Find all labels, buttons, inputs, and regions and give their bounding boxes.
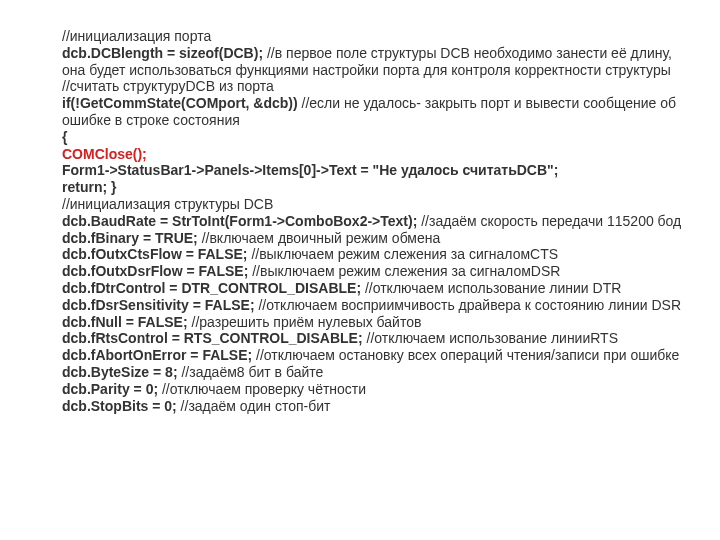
code-line: if(!GetCommState(COMport, &dcb)) //если …: [62, 95, 684, 129]
code-segment: //отключаем использование линии DTR: [361, 280, 621, 296]
code-segment: dcb.fDsrSensitivity = FALSE;: [62, 297, 255, 313]
code-segment: //выключаем режим слежения за сигналомDS…: [248, 263, 560, 279]
code-segment: dcb.fNull = FALSE;: [62, 314, 188, 330]
code-line: dcb.fOutxDsrFlow = FALSE; //выключаем ре…: [62, 263, 684, 280]
code-segment: dcb.DCBlength = sizeof(DCB);: [62, 45, 263, 61]
code-segment: //отключаем использование линииRTS: [363, 330, 618, 346]
code-segment: //разрешить приём нулевых байтов: [188, 314, 422, 330]
code-segment: //отключаем проверку чётности: [158, 381, 366, 397]
code-segment: //отключаем остановку всех операций чтен…: [252, 347, 679, 363]
code-line: //считать структуруDCB из порта: [62, 78, 684, 95]
code-line: dcb.fBinary = TRUE; //включаем двоичный …: [62, 230, 684, 247]
code-segment: //инициализация структуры DCB: [62, 196, 273, 212]
code-segment: if(!GetCommState(COMport, &dcb)): [62, 95, 298, 111]
code-line: //инициализация порта: [62, 28, 684, 45]
code-segment: dcb.fAbortOnError = FALSE;: [62, 347, 252, 363]
code-line: dcb.fNull = FALSE; //разрешить приём нул…: [62, 314, 684, 331]
code-line: dcb.fDtrControl = DTR_CONTROL_DISABLE; /…: [62, 280, 684, 297]
code-segment: Form1->StatusBar1->Panels->Items[0]->Tex…: [62, 162, 558, 178]
code-segment: dcb.fOutxDsrFlow = FALSE;: [62, 263, 248, 279]
code-line: dcb.fOutxCtsFlow = FALSE; //выключаем ре…: [62, 246, 684, 263]
code-line: COMClose();: [62, 146, 684, 163]
code-line: {: [62, 129, 684, 146]
code-listing: //инициализация портаdcb.DCBlength = siz…: [0, 0, 720, 434]
code-segment: dcb.ByteSize = 8;: [62, 364, 178, 380]
code-line: dcb.fDsrSensitivity = FALSE; //отключаем…: [62, 297, 684, 314]
code-segment: dcb.BaudRate = StrToInt(Form1->ComboBox2…: [62, 213, 417, 229]
code-segment: //задаём один стоп-бит: [177, 398, 331, 414]
code-segment: dcb.Parity = 0;: [62, 381, 158, 397]
code-segment: dcb.StopBits = 0;: [62, 398, 177, 414]
code-line: dcb.Parity = 0; //отключаем проверку чёт…: [62, 381, 684, 398]
code-segment: dcb.fRtsControl = RTS_CONTROL_DISABLE;: [62, 330, 363, 346]
code-line: dcb.ByteSize = 8; //задаём8 бит в байте: [62, 364, 684, 381]
code-segment: dcb.fDtrControl = DTR_CONTROL_DISABLE;: [62, 280, 361, 296]
code-segment: //задаём скорость передачи 115200 бод: [417, 213, 681, 229]
code-segment: return; }: [62, 179, 116, 195]
code-segment: COMClose();: [62, 146, 147, 162]
code-line: Form1->StatusBar1->Panels->Items[0]->Tex…: [62, 162, 684, 179]
code-line: return; }: [62, 179, 684, 196]
code-segment: //включаем двоичный режим обмена: [198, 230, 441, 246]
code-line: dcb.fAbortOnError = FALSE; //отключаем о…: [62, 347, 684, 364]
code-segment: //выключаем режим слежения за сигналомCT…: [248, 246, 559, 262]
code-line: dcb.BaudRate = StrToInt(Form1->ComboBox2…: [62, 213, 684, 230]
code-segment: //задаём8 бит в байте: [178, 364, 324, 380]
code-line: dcb.fRtsControl = RTS_CONTROL_DISABLE; /…: [62, 330, 684, 347]
code-segment: //отключаем восприимчивость драйвера к с…: [255, 297, 681, 313]
code-line: dcb.DCBlength = sizeof(DCB); //в первое …: [62, 45, 684, 79]
code-segment: {: [62, 129, 67, 145]
code-line: dcb.StopBits = 0; //задаём один стоп-бит: [62, 398, 684, 415]
code-segment: //считать структуруDCB из порта: [62, 78, 274, 94]
code-segment: //инициализация порта: [62, 28, 211, 44]
code-segment: dcb.fBinary = TRUE;: [62, 230, 198, 246]
code-line: //инициализация структуры DCB: [62, 196, 684, 213]
code-segment: dcb.fOutxCtsFlow = FALSE;: [62, 246, 248, 262]
